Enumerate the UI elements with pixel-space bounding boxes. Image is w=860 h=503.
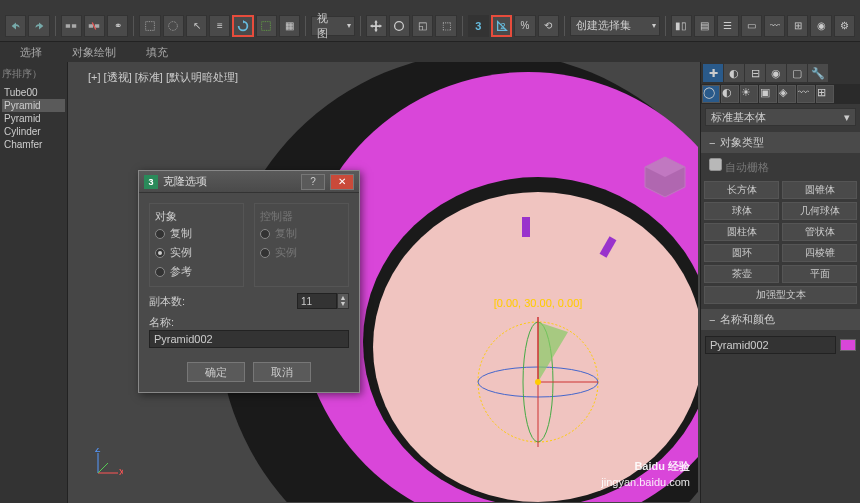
cat-helpers-icon[interactable]: ◈ (778, 85, 796, 103)
btn-torus[interactable]: 圆环 (704, 244, 779, 262)
tool-unlink[interactable] (84, 15, 105, 37)
cat-systems-icon[interactable]: ⊞ (816, 85, 834, 103)
btn-cone[interactable]: 圆锥体 (782, 181, 857, 199)
selection-set-dropdown[interactable]: 创建选择集 (570, 16, 660, 36)
tool-select-name[interactable]: ≡ (209, 15, 230, 37)
tool-redo[interactable] (28, 15, 49, 37)
primitive-type-dropdown[interactable]: 标准基本体▾ (705, 108, 856, 126)
tab-create[interactable]: ✚ (703, 64, 723, 82)
cat-cameras-icon[interactable]: ▣ (759, 85, 777, 103)
help-button[interactable]: ? (301, 174, 325, 190)
radio-instance[interactable]: 实例 (155, 243, 238, 262)
tool-snap-3[interactable]: 3 (468, 15, 489, 37)
svg-rect-2 (89, 24, 93, 28)
tool-schematic[interactable]: ⊞ (787, 15, 808, 37)
tool-rotate2[interactable] (389, 15, 410, 37)
tool-layers[interactable]: ☰ (717, 15, 738, 37)
cancel-button[interactable]: 取消 (253, 362, 311, 382)
btn-box[interactable]: 长方体 (704, 181, 779, 199)
rollout-name-color[interactable]: −名称和颜色 (701, 309, 860, 330)
viewcube-icon[interactable] (635, 147, 695, 207)
tab-utilities[interactable]: 🔧 (808, 64, 828, 82)
tool-material[interactable]: ◉ (810, 15, 831, 37)
controller-group: 控制器 复制 实例 (254, 203, 349, 287)
watermark-brand: Baidu 经验 (634, 460, 690, 472)
ribbon-tab-select[interactable]: 选择 (20, 45, 42, 60)
spinner-arrows-icon[interactable]: ▲▼ (337, 293, 349, 309)
object-name-input[interactable] (705, 336, 836, 354)
tool-percent-snap[interactable]: % (514, 15, 535, 37)
create-category-icons: ◯ ◐ ☀ ▣ ◈ 〰 ⊞ (701, 84, 860, 104)
svg-text:x: x (119, 465, 123, 477)
close-button[interactable]: ✕ (330, 174, 354, 190)
tool-select-region[interactable] (256, 15, 277, 37)
tool-render-setup[interactable]: ⚙ (834, 15, 855, 37)
btn-plane[interactable]: 平面 (782, 265, 857, 283)
tool-angle-snap[interactable]: 2 (491, 15, 512, 37)
tool-mirror[interactable]: ▮▯ (671, 15, 692, 37)
cat-spacewarps-icon[interactable]: 〰 (797, 85, 815, 103)
tool-undo[interactable] (5, 15, 26, 37)
tool-placement[interactable]: ⬚ (435, 15, 456, 37)
tab-hierarchy[interactable]: ⊟ (745, 64, 765, 82)
tool-toggle-ribbon[interactable]: ▭ (741, 15, 762, 37)
ribbon-tab-object-paint[interactable]: 对象绘制 (72, 45, 116, 60)
tool-curve-editor[interactable]: 〰 (764, 15, 785, 37)
cat-geometry-icon[interactable]: ◯ (702, 85, 720, 103)
btn-pyramid[interactable]: 四棱锥 (782, 244, 857, 262)
ok-button[interactable]: 确定 (187, 362, 245, 382)
svg-rect-5 (146, 21, 155, 30)
btn-tube[interactable]: 管状体 (782, 223, 857, 241)
radio-ctrl-copy: 复制 (260, 224, 343, 243)
svg-text:2: 2 (500, 19, 505, 30)
radio-reference[interactable]: 参考 (155, 262, 238, 281)
clone-name-input[interactable] (149, 330, 349, 348)
autogrid-checkbox[interactable]: 自动栅格 (709, 161, 769, 173)
tool-link[interactable] (61, 15, 82, 37)
tool-align[interactable]: ▤ (694, 15, 715, 37)
tab-display[interactable]: ▢ (787, 64, 807, 82)
btn-cylinder[interactable]: 圆柱体 (704, 223, 779, 241)
radio-copy[interactable]: 复制 (155, 224, 238, 243)
tool-window-crossing[interactable]: ▦ (279, 15, 300, 37)
app-icon: 3 (144, 175, 158, 189)
primitive-buttons: 长方体 圆锥体 球体 几何球体 圆柱体 管状体 圆环 四棱锥 茶壶 平面 加强型… (701, 178, 860, 307)
scene-item[interactable]: Cylinder (2, 125, 65, 138)
scene-explorer: 序排序） Tube00 Pyramid Pyramid Cylinder Cha… (0, 62, 68, 503)
copies-input[interactable] (297, 293, 337, 309)
tool-select-circle[interactable] (163, 15, 184, 37)
tab-modify[interactable]: ◐ (724, 64, 744, 82)
btn-textplus[interactable]: 加强型文本 (704, 286, 857, 304)
tool-select[interactable]: ↖ (186, 15, 207, 37)
btn-teapot[interactable]: 茶壶 (704, 265, 779, 283)
primitive-dd-label: 标准基本体 (711, 110, 766, 125)
cat-shapes-icon[interactable]: ◐ (721, 85, 739, 103)
tab-motion[interactable]: ◉ (766, 64, 786, 82)
copies-spinner[interactable]: ▲▼ (297, 293, 349, 309)
tool-spinner-snap[interactable]: ⟲ (538, 15, 559, 37)
rollout-object-type[interactable]: −对象类型 (701, 132, 860, 153)
scene-item[interactable]: Chamfer (2, 138, 65, 151)
scene-item[interactable]: Tube00 (2, 86, 65, 99)
scene-item[interactable]: Pyramid (2, 99, 65, 112)
dialog-titlebar[interactable]: 3 克隆选项 ? ✕ (139, 171, 359, 193)
view-dd-label: 视图 (317, 11, 338, 41)
scene-item[interactable]: Pyramid (2, 112, 65, 125)
svg-point-6 (169, 21, 178, 30)
ribbon-tabs: 选择 对象绘制 填充 (0, 42, 860, 62)
tool-scale[interactable]: ◱ (412, 15, 433, 37)
tool-select-rect[interactable] (139, 15, 160, 37)
btn-sphere[interactable]: 球体 (704, 202, 779, 220)
svg-rect-0 (66, 24, 70, 28)
ribbon-tab-populate[interactable]: 填充 (146, 45, 168, 60)
tool-rotate[interactable] (232, 15, 253, 37)
main-toolbar: ⚭ ↖ ≡ ▦ 视图 ◱ ⬚ 3 2 % ⟲ 创建选择集 ▮▯ ▤ ☰ ▭ 〰 … (0, 10, 860, 42)
cat-lights-icon[interactable]: ☀ (740, 85, 758, 103)
btn-geosphere[interactable]: 几何球体 (782, 202, 857, 220)
name-label: 名称: (149, 315, 349, 330)
view-dropdown[interactable]: 视图 (311, 16, 354, 36)
rollout-label: 名称和颜色 (720, 312, 775, 327)
tool-move[interactable] (366, 15, 387, 37)
object-color-swatch[interactable] (840, 339, 856, 351)
tool-bind[interactable]: ⚭ (107, 15, 128, 37)
